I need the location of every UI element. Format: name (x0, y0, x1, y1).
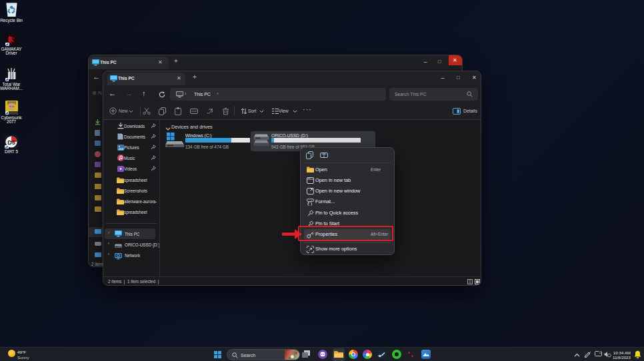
svg-text:D5: D5 (7, 139, 15, 146)
